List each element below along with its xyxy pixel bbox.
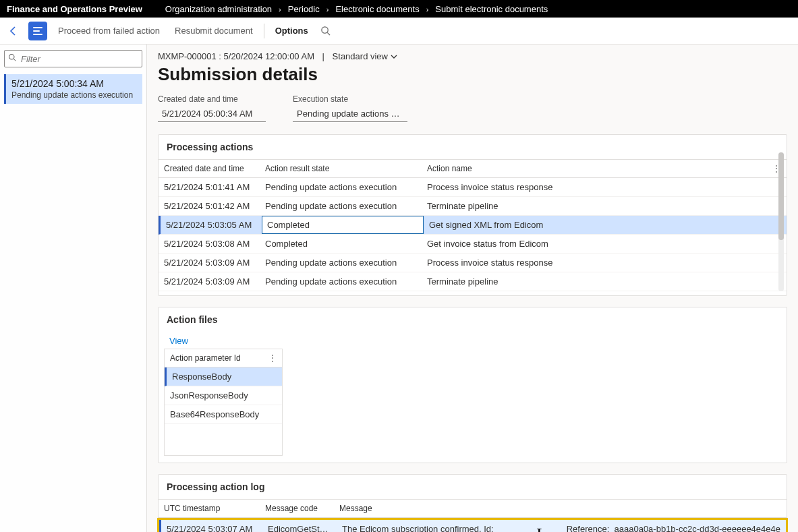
processing-log-title: Processing action log (159, 475, 787, 499)
table-row[interactable]: 5/21/2024 5:03:05 AMCompletedGet signed … (159, 216, 787, 235)
svg-point-0 (322, 27, 328, 33)
table-row[interactable]: 5/21/2024 5:03:08 AMCompletedGet invoice… (159, 235, 787, 254)
action-files-title: Action files (159, 307, 787, 332)
back-button[interactable] (5, 23, 22, 39)
created-value[interactable]: 5/21/2024 05:00:34 AM (158, 107, 266, 122)
page-title: Submission details (158, 64, 787, 85)
col-utc[interactable]: UTC timestamp (159, 500, 260, 517)
highlight-annotation: 5/21/2024 5:03:07 AMEdicomGetStatus...Th… (157, 518, 788, 532)
filter-search-icon (8, 53, 16, 61)
table-row[interactable]: 5/21/2024 5:03:07 AMEdicomGetStatus...Th… (159, 520, 786, 532)
breadcrumb[interactable]: Submit electronic documents (432, 4, 550, 14)
processing-log-card: Processing action log UTC timestamp Mess… (158, 474, 787, 532)
options-button[interactable]: Options (271, 23, 312, 38)
sidebar: 5/21/2024 5:00:34 AM Pending update acti… (0, 45, 147, 532)
processing-actions-title: Processing actions (159, 135, 787, 159)
col-action-name[interactable]: Action name (422, 160, 766, 177)
created-label: Created date and time (158, 94, 266, 104)
top-navbar: Finance and Operations Preview Organizat… (0, 0, 798, 18)
content-area: MXMP-000001 : 5/20/2024 12:00:00 AM | St… (147, 45, 798, 532)
af-grid-menu-icon[interactable]: ⋮ (268, 353, 277, 363)
table-row[interactable]: 5/21/2024 5:03:09 AMPending update actio… (159, 272, 787, 291)
col-param-id[interactable]: Action parameter Id (170, 353, 241, 363)
search-icon[interactable] (319, 24, 333, 38)
state-value[interactable]: Pending update actions exec... (293, 107, 407, 122)
filter-box (4, 50, 142, 67)
chevron-right-icon: › (326, 5, 329, 13)
list-item[interactable]: ResponseBody (165, 367, 282, 386)
breadcrumb[interactable]: Electronic documents (333, 4, 422, 14)
view-toggle[interactable]: Standard view (333, 51, 397, 61)
submission-list-item[interactable]: 5/21/2024 5:00:34 AM Pending update acti… (4, 74, 142, 104)
col-msgcode[interactable]: Message code (260, 500, 334, 517)
document-id-line: MXMP-000001 : 5/20/2024 12:00:00 AM (158, 51, 314, 61)
svg-line-3 (13, 59, 16, 61)
submission-item-subtitle: Pending update actions execution (11, 90, 137, 100)
svg-point-2 (9, 55, 15, 60)
grid-scrollbar[interactable] (778, 152, 784, 291)
action-files-card: Action files View Action parameter Id ⋮ … (158, 307, 787, 463)
table-row[interactable]: 5/21/2024 5:03:09 AMPending update actio… (159, 254, 787, 272)
reference-value: Reference: aaaa0a0a-bb1b-cc2c-dd3d-eeeee… (567, 524, 780, 532)
toolbar-divider (264, 24, 264, 38)
submission-item-title: 5/21/2024 5:00:34 AM (11, 78, 137, 89)
proceed-button[interactable]: Proceed from failed action (54, 23, 164, 38)
table-row[interactable]: 5/21/2024 5:01:42 AMPending update actio… (159, 197, 787, 216)
chevron-right-icon: › (279, 5, 281, 13)
svg-line-1 (328, 32, 331, 35)
pipe-sep: | (320, 51, 327, 61)
chevron-right-icon: › (426, 5, 429, 13)
nav-menu-button[interactable] (28, 22, 47, 40)
chevron-down-icon (391, 53, 397, 60)
col-created[interactable]: Created date and time (159, 160, 260, 177)
view-link[interactable]: View (164, 332, 194, 349)
list-item[interactable]: Base64ResponseBody (165, 405, 282, 424)
col-message[interactable]: Message (334, 500, 787, 517)
col-state[interactable]: Action result state (260, 160, 422, 177)
breadcrumb[interactable]: Periodic (285, 4, 322, 14)
action-toolbar: Proceed from failed action Resubmit docu… (0, 18, 798, 45)
resubmit-button[interactable]: Resubmit document (171, 23, 257, 38)
app-title: Finance and Operations Preview (7, 4, 142, 14)
list-item[interactable]: JsonResponseBody (165, 386, 282, 405)
processing-actions-card: Processing actions Created date and time… (158, 134, 787, 296)
filter-input[interactable] (4, 50, 142, 67)
breadcrumb[interactable]: Organization administration (163, 4, 275, 14)
state-label: Execution state (293, 94, 407, 104)
table-row[interactable]: 5/21/2024 5:01:41 AMPending update actio… (159, 178, 787, 197)
